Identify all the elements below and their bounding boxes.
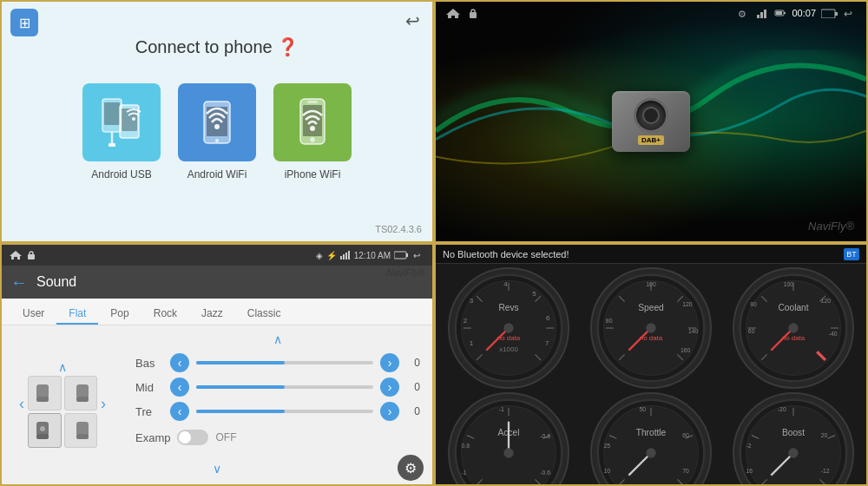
toggle-knob [179,431,191,443]
gauge-accel: Accel 0.8 -1 -0.8 -1 -0.6 0.2 [448,392,569,486]
lock-icon [467,7,479,19]
android-usb-option[interactable]: Android USB [82,83,161,181]
svg-point-136 [646,448,655,457]
svg-text:7: 7 [545,339,549,347]
eq-bas-fill [196,361,285,364]
tab-rock[interactable]: Rock [141,302,189,325]
tab-jazz[interactable]: Jazz [189,302,235,325]
help-icon[interactable]: ❓ [277,37,299,56]
sound-bottom: ∨ ⚙ [2,453,432,484]
connect-panel: ⊞ ↩ Connect to phone ❓ [0,0,434,243]
examp-toggle[interactable] [177,430,208,445]
svg-text:-0.8: -0.8 [540,433,550,439]
svg-text:160: 160 [681,347,691,353]
iphone-wifi-option[interactable]: iPhone WiFi [273,83,352,181]
svg-rect-21 [764,10,766,18]
home-icon [444,7,462,19]
eq-bas-inc[interactable]: › [380,353,399,372]
eq-tre-value: 0 [406,405,420,417]
signal-status-icon [340,251,351,259]
seat-fr-icon [70,381,91,405]
seat-fl[interactable] [28,376,62,410]
svg-text:Boost: Boost [782,428,805,437]
sound-down-arrow[interactable]: ∨ [213,462,221,476]
eq-mid-label: Mid [135,381,163,394]
seat-next-button[interactable]: › [101,395,106,413]
seat-fr[interactable] [64,376,98,410]
sound-title: Sound [36,274,76,290]
dab-time: 00:07 [792,8,816,18]
svg-rect-38 [36,397,49,402]
sound-gear-button[interactable]: ⚙ [398,455,424,481]
eq-bas-track[interactable] [196,361,373,364]
eq-bas-dec[interactable]: ‹ [170,353,189,372]
no-bt-message: No Bluetooth device selected! [443,249,844,259]
svg-text:-40: -40 [829,331,838,337]
svg-text:100: 100 [646,281,656,287]
svg-text:10: 10 [604,468,611,474]
svg-text:Throttle: Throttle [636,428,667,437]
eq-mid-row: Mid ‹ › 0 [135,378,420,397]
svg-rect-23 [776,11,782,15]
android-wifi-icon-box [178,83,256,161]
back-button[interactable]: ↩ [405,10,420,31]
android-wifi-option[interactable]: Android WiFi [178,83,256,181]
svg-point-103 [788,323,798,332]
svg-text:4: 4 [503,280,508,288]
eq-mid-inc[interactable]: › [380,378,399,397]
svg-point-84 [646,323,655,332]
eq-tre-track[interactable] [196,410,373,413]
svg-marker-28 [10,251,22,259]
iphone-wifi-svg [286,95,339,151]
seat-prev-button[interactable]: ‹ [19,395,24,413]
svg-text:Coolant: Coolant [778,303,808,312]
seat-rr[interactable] [64,413,98,448]
home-status-icon [9,250,23,260]
svg-text:16: 16 [746,468,753,474]
svg-rect-19 [757,15,760,18]
svg-point-10 [214,124,220,129]
svg-text:20: 20 [821,432,828,438]
seat-up-arrow[interactable]: ∧ [28,360,97,374]
sound-statusbar: ◈ ⚡ 12:10 AM ↩ [2,245,432,266]
seat-rl[interactable] [28,413,62,448]
tab-user[interactable]: User [10,302,56,325]
bt-icon: BT [844,248,859,260]
svg-point-6 [132,117,135,121]
navifly-watermark-dab: NaviFly® [808,220,854,233]
gauge-throttle: Throttle 25 50 60 70 10 90 100 [590,392,712,486]
navifly-watermark-sound: NaviFly® [386,267,425,278]
dab-speaker-inner [642,107,660,124]
screen-icon [394,251,410,259]
eq-tre-inc[interactable]: › [380,402,399,421]
eq-mid-track[interactable] [196,385,373,389]
eq-bas-label: Bas [135,357,163,370]
seat-grid-container: ∧ [28,360,97,448]
svg-point-15 [310,126,315,131]
gauges-grid: Revs no data x1000 1 2 3 4 5 6 7 [436,264,866,484]
eq-up-arrow[interactable]: ∧ [135,332,420,346]
dab-speaker [634,98,668,133]
eq-tre-dec[interactable]: ‹ [170,402,189,421]
svg-text:-2: -2 [746,443,752,449]
dab-status-right: ⚙ 00:07 ↩ [738,8,858,18]
iphone-wifi-label: iPhone WiFi [285,168,341,181]
tab-pop[interactable]: Pop [98,302,141,325]
tab-flat[interactable]: Flat [56,302,98,325]
svg-text:-12: -12 [821,468,830,474]
svg-point-43 [40,426,45,431]
eq-mid-dec[interactable]: ‹ [170,378,189,397]
svg-text:120: 120 [682,301,693,307]
svg-text:Speed: Speed [638,303,664,312]
sound-back-button[interactable]: ← [10,273,28,292]
eq-bas-row: Bas ‹ › 0 [135,353,420,372]
statusbar-icons-right: ◈ ⚡ 12:10 AM ↩ [316,251,425,260]
app-icon: ⊞ [10,9,38,36]
svg-rect-26 [835,12,838,16]
svg-text:5: 5 [532,290,536,298]
gauge-speed-svg: Speed no data 80 100 120 140 160 [592,269,710,387]
svg-rect-45 [76,434,89,439]
seat-fl-icon [34,381,55,405]
android-usb-label: Android USB [91,168,151,181]
tab-classic[interactable]: Classic [235,302,293,325]
